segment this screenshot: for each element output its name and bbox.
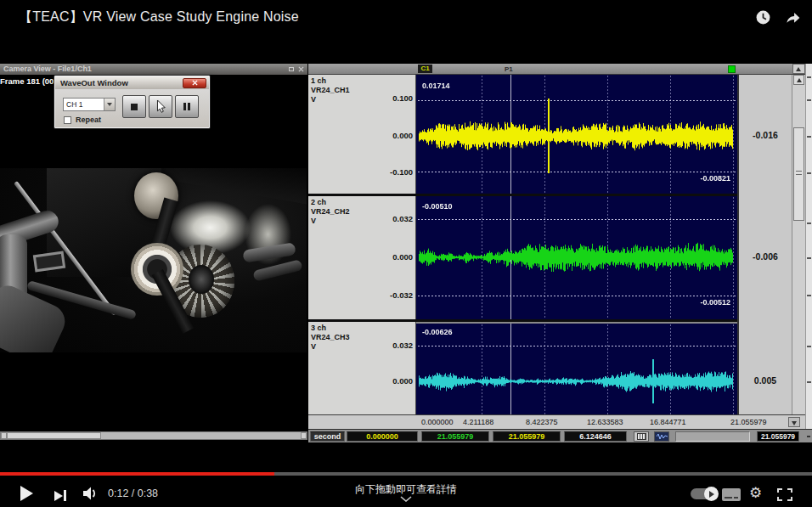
play-button[interactable] (149, 95, 172, 118)
subtitle-line (725, 497, 732, 499)
channel-unit: V (311, 217, 350, 226)
minimize-icon[interactable] (289, 67, 294, 71)
vertical-scrollbar[interactable] (792, 75, 805, 429)
watch-later-icon[interactable] (755, 9, 771, 25)
repeat-checkbox[interactable] (64, 116, 71, 124)
alternator-hub (189, 265, 214, 294)
chevron-down-icon[interactable] (400, 496, 412, 502)
channel-unit: V (311, 342, 350, 352)
next-video-button[interactable] (54, 487, 66, 503)
channel-select-value: CH 1 (66, 100, 82, 109)
axis-zero: 0.000 (362, 252, 413, 262)
time-tick: 8.422375 (526, 418, 558, 426)
level-value-panel: -0.016 -0.006 0.005 (737, 75, 792, 414)
axis-max: 0.032 (362, 214, 413, 223)
waveform-plot-ch3 (416, 324, 737, 414)
progress-bar[interactable] (0, 472, 812, 476)
video-title: 【TEAC】VR View Case Study Engine Noise (19, 8, 299, 26)
mouse-cursor-icon (156, 100, 166, 113)
channel-name: VR24_CH2 (311, 207, 350, 217)
ch1-end-value: -0.00821 (654, 174, 730, 183)
scroll-right-arrow[interactable] (301, 432, 307, 439)
ch1-level-value: -0.016 (739, 130, 792, 140)
time-tick: 21.055979 (730, 418, 767, 426)
scroll-up-button[interactable] (792, 64, 805, 74)
end-time-field-yellow: 21.055979 (493, 431, 561, 442)
grid-view-button[interactable] (634, 431, 649, 442)
channel-select[interactable]: CH 1 (63, 98, 116, 111)
grid-icon (637, 433, 646, 440)
channel-name: VR24_CH1 (311, 86, 350, 95)
subtitle-line (734, 497, 738, 499)
camera-window-titlebar[interactable]: Camera View - File1/Ch1 (0, 64, 307, 75)
waveout-title: WaveOut Window (60, 78, 128, 87)
scrollbar-thumb[interactable] (793, 127, 804, 221)
waveform-viewer-window: C1 P1 1 ch VR24_CH1 V 0.100 0.000 -0.100… (308, 64, 812, 442)
axis-min: -0.032 (362, 290, 413, 300)
scale-marker-strip (805, 64, 812, 442)
record-indicator (728, 65, 736, 73)
time-tick: 0.000000 (421, 418, 454, 426)
waveform-view-button[interactable] (654, 431, 669, 442)
youtube-player: 【TEAC】VR View Case Study Engine Noise Ca… (0, 0, 812, 507)
axis-scroll-down-button[interactable] (788, 417, 800, 427)
camera-view-window: Camera View - File1/Ch1 Frame 181 (00:0 (0, 64, 307, 442)
end-time-field-green: 21.055979 (421, 431, 489, 442)
time-tick: 16.844771 (650, 418, 686, 426)
stop-button[interactable] (122, 95, 146, 118)
share-icon[interactable] (785, 9, 801, 25)
progress-fill (0, 472, 274, 476)
chevron-down-icon[interactable] (104, 99, 115, 110)
play-icon (20, 486, 33, 501)
channel-index: 3 ch (311, 324, 350, 333)
ch1-cursor-value: 0.01714 (422, 82, 450, 90)
autoplay-toggle[interactable] (691, 488, 717, 499)
channel-tag: C1 (418, 65, 432, 73)
camera-window-title: Camera View - File1/Ch1 (3, 64, 92, 75)
total-time-field: 21.055979 (757, 431, 799, 442)
volume-button[interactable] (82, 487, 98, 500)
time-tick: 12.633583 (587, 418, 623, 426)
frame-counter: Frame 181 (00:0 (0, 76, 61, 86)
ch3-cursor-value: -0.00626 (422, 328, 453, 336)
waveout-titlebar[interactable]: WaveOut Window (55, 76, 209, 89)
ch2-cursor-value: -0.00510 (422, 202, 453, 211)
resize-grip (807, 436, 810, 437)
time-tick: 4.211188 (463, 418, 493, 426)
cursor-tag: P1 (505, 65, 513, 73)
plot-header-bar: C1 P1 (308, 64, 805, 75)
ch2-level-value: -0.006 (739, 251, 792, 262)
channel-1-label-panel: 1 ch VR24_CH1 V 0.100 0.000 -0.100 (308, 75, 416, 194)
channel-3-label-panel: 3 ch VR24_CH3 V 0.032 0.000 -0.032 (308, 322, 416, 414)
engine-camera-image (0, 168, 307, 352)
unit-field: second (310, 431, 345, 442)
time-display: 0:12 / 0:38 (108, 487, 158, 499)
status-recess (675, 431, 750, 442)
scroll-up-arrow[interactable] (793, 75, 804, 85)
next-icon (54, 491, 63, 501)
scrollbar-thumb[interactable] (7, 432, 101, 439)
close-icon[interactable] (298, 66, 304, 72)
pause-button[interactable] (175, 95, 199, 118)
pause-icon (183, 103, 190, 110)
camera-horizontal-scrollbar[interactable] (0, 431, 307, 440)
time-axis: 0.000000 4.211188 8.422375 12.633583 16.… (308, 414, 805, 429)
autoplay-knob (704, 487, 719, 501)
channel-index: 1 ch (311, 76, 350, 86)
play-icon (709, 491, 714, 498)
subtitles-button[interactable] (722, 488, 741, 501)
ch3-level-value: 0.005 (739, 375, 792, 386)
channel-unit: V (311, 95, 350, 104)
scroll-left-arrow[interactable] (1, 432, 7, 439)
play-pause-button[interactable] (20, 486, 33, 501)
channel-separator (308, 194, 792, 196)
settings-button[interactable]: ⚙ (749, 485, 762, 502)
channel-name: VR24_CH3 (311, 333, 350, 342)
engine-idler-pulley (131, 243, 183, 296)
waveout-close-button[interactable] (183, 78, 206, 88)
axis-zero: 0.000 (362, 376, 413, 386)
fullscreen-button[interactable] (777, 488, 792, 501)
waveout-dialog: WaveOut Window CH 1 Repeat (54, 75, 211, 129)
axis-zero: 0.000 (362, 131, 413, 140)
channel-2-label-panel: 2 ch VR24_CH2 V 0.032 0.000 -0.032 (308, 196, 416, 319)
